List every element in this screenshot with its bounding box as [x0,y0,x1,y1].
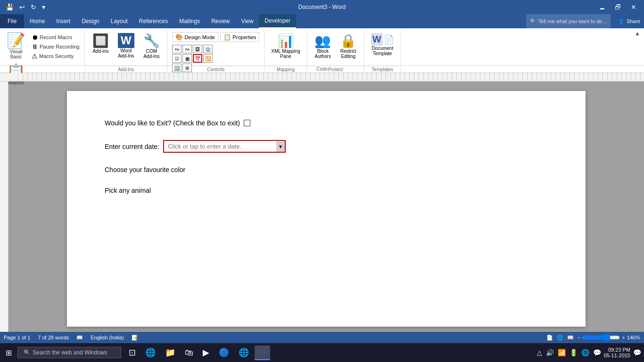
save-quick-btn[interactable]: 💾 [4,2,16,12]
mapping-group-label: Mapping [264,66,306,73]
date-dropdown-btn[interactable]: ▾ [276,141,285,152]
ribbon-content: 📝 VisualBasic 📋 Macros ⏺ Record Macro ⏸ … [0,28,644,73]
menu-references[interactable]: References [133,14,173,28]
exit-question-line: Would you like to Exit? (Check the Box t… [105,119,548,127]
language-icon: 📖 [76,335,83,341]
record-icon: ⏺ [32,33,38,41]
menu-view[interactable]: View [236,14,259,28]
animal-text: Pick any animal [105,187,151,194]
word-addins-icon: W [118,33,134,48]
document-area[interactable]: Would you like to Exit? (Check the Box t… [8,82,644,332]
zoom-level: 140% [627,335,640,340]
taskbar-right: △ 🔊 📶 🔋 🌐 💬 09:23 PM 05-11-2015 💬 [536,347,642,358]
zoom-out-btn[interactable]: − [578,335,580,340]
exit-checkbox[interactable] [244,120,250,126]
view-print-icon[interactable]: 📄 [546,335,553,341]
menu-mailings[interactable]: Mailings [173,14,206,28]
visual-basic-btn[interactable]: 📝 VisualBasic [4,31,28,61]
ctrl-richtext[interactable]: Aa [172,45,182,53]
ctrl-building[interactable]: 🏢 [203,45,213,53]
store-icon[interactable]: 🛍 [181,346,197,360]
record-macro-btn[interactable]: ⏺ Record Macro [30,33,81,41]
exit-text: Would you like to Exit? (Check the Box t… [105,119,240,127]
message-icon[interactable]: 💬 [592,348,602,357]
properties-btn[interactable]: 📋 Properties [220,32,259,42]
task-view-btn[interactable]: ⊡ [125,346,140,360]
zoom-in-btn[interactable]: + [622,335,625,340]
edge-browser-icon[interactable]: 🌐 [141,346,159,360]
taskbar-search[interactable]: 🔍 Search the web and Windows [17,347,121,358]
block-authors-btn[interactable]: 👥 BlockAuthors [311,31,335,61]
menu-insert[interactable]: Insert [50,14,76,28]
media-icon[interactable]: ▶ [199,346,213,360]
minimize-btn[interactable]: 🗕 [595,2,609,12]
share-button[interactable]: 👤 Share [614,14,644,28]
globe-icon[interactable]: 🌐 [580,348,590,357]
chevron-tray-icon[interactable]: △ [536,348,543,357]
restrict-editing-btn[interactable]: 🔒 RestrictEditing [337,31,360,61]
chrome2-icon[interactable]: 🌐 [235,346,253,360]
menu-layout[interactable]: Layout [105,14,133,28]
ctrl-plaintext[interactable]: Aa [182,45,192,53]
taskbar: ⊞ 🔍 Search the web and Windows ⊡ 🌐 📁 🛍 ▶… [0,343,644,362]
ribbon: 📝 VisualBasic 📋 Macros ⏺ Record Macro ⏸ … [0,28,644,73]
menu-review[interactable]: Review [206,14,235,28]
ctrl-picture[interactable]: 🖼 [193,45,202,53]
menu-home[interactable]: Home [24,14,50,28]
document-page: Would you like to Exit? (Check the Box t… [67,91,586,327]
color-text: Choose your favourite color [105,166,185,173]
properties-icon: 📋 [223,33,231,41]
templates-group-label: Templates [364,66,401,73]
word-addins-btn[interactable]: W WordAdd-Ins [114,31,138,60]
taskbar-pinned-icons: ⊡ 🌐 📁 🛍 ▶ 🔵 🌐 W [125,346,270,360]
date-label: Enter current date: [105,143,159,150]
start-button[interactable]: ⊞ [2,346,16,359]
pause-icon: ⏸ [32,43,38,50]
undo-quick-btn[interactable]: ↩ [17,2,27,12]
close-btn[interactable]: ✕ [627,2,640,12]
view-web-icon[interactable]: 🌐 [557,335,563,341]
ribbon-group-templates: W 📄 DocumentTemplate Templates [364,30,401,73]
volume-icon[interactable]: 🔊 [545,348,555,357]
battery-icon[interactable]: 🔋 [569,348,578,357]
clock-time: 09:23 PM [604,347,630,353]
network-icon[interactable]: 📶 [557,348,567,357]
chrome-icon[interactable]: 🔵 [215,346,233,360]
ruler-marks [18,73,644,81]
document-template-icon: W 📄 [371,33,394,46]
com-icon: 🔧 [143,33,160,49]
ctrl-checkbox[interactable]: ☑ [172,54,182,63]
animal-line: Pick any animal [105,187,548,194]
help-search[interactable]: 🔍 Tell me what you want to do... [526,14,611,28]
date-input-field[interactable] [164,141,276,152]
horizontal-ruler [0,73,644,82]
customize-quick-btn[interactable]: ▾ [40,2,47,12]
search-icon: 🔍 [24,349,31,356]
visual-basic-icon: 📝 [7,33,25,48]
ctrl-date[interactable]: 📅 [193,54,202,63]
design-mode-btn[interactable]: 🎨 Design Mode [172,32,218,42]
ribbon-collapse-btn[interactable]: ▲ [633,29,642,38]
zoom-slider[interactable] [582,334,620,341]
menu-file[interactable]: File [0,14,24,28]
file-explorer-icon[interactable]: 📁 [161,346,179,360]
ctrl-combo[interactable]: ▦ [182,54,192,63]
redo-quick-btn[interactable]: ↻ [29,2,38,12]
menu-design[interactable]: Design [76,14,105,28]
ctrl-repeat[interactable]: 🔁 [203,54,213,63]
document-template-btn[interactable]: W 📄 DocumentTemplate [368,31,397,58]
date-picker[interactable]: ▾ [163,140,286,153]
view-read-icon[interactable]: 📖 [567,335,574,341]
pause-recording-btn[interactable]: ⏸ Pause Recording [30,42,81,51]
design-mode-icon: 🎨 [175,33,183,41]
com-addins-btn[interactable]: 🔧 COMAdd-Ins [140,31,163,61]
add-ins-btn[interactable]: 🔲 Add-ins [89,31,112,56]
notifications-icon[interactable]: 💬 [632,348,642,357]
restore-btn[interactable]: 🗗 [611,2,625,12]
ribbon-group-protect: 👥 BlockAuthors 🔒 RestrictEditing Protect [307,30,364,73]
menu-developer[interactable]: Developer [259,14,296,28]
macro-security-btn[interactable]: ⚠ Macro Security [30,52,81,60]
word-taskbar-icon[interactable]: W [255,346,270,360]
xml-mapping-btn[interactable]: 📊 XML MappingPane [268,31,303,61]
protect-group-label: Protect [307,66,364,73]
